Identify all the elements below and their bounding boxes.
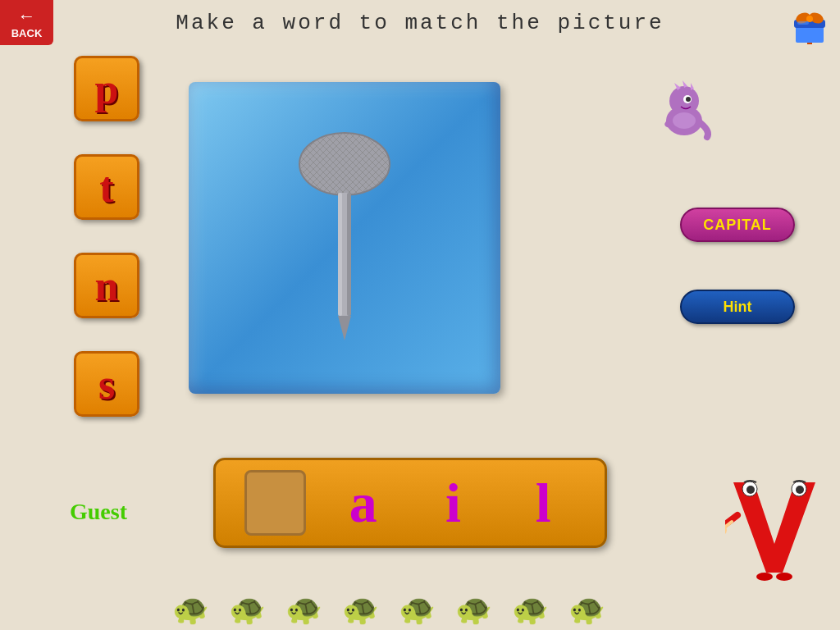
- turtle-3: 🐢: [277, 589, 331, 630]
- turtle-2: 🐢: [221, 589, 274, 630]
- letter-s-text: s: [98, 360, 115, 409]
- letter-t-button[interactable]: t: [74, 154, 139, 220]
- capital-label: CAPITAL: [703, 217, 772, 234]
- turtle-1: 🐢: [164, 589, 217, 630]
- turtle-5: 🐢: [390, 589, 444, 630]
- letter-t-text: t: [99, 163, 113, 212]
- svg-point-6: [806, 16, 813, 22]
- turtle-7: 🐢: [504, 589, 557, 630]
- letter-n-text: n: [95, 262, 119, 310]
- word-letter-a[interactable]: a: [331, 471, 396, 536]
- svg-point-28: [746, 486, 755, 494]
- letter-p-text: p: [95, 65, 119, 113]
- svg-point-11: [299, 133, 390, 195]
- word-building-area: a i l: [213, 458, 607, 548]
- hint-button[interactable]: Hint: [680, 290, 795, 324]
- svg-point-29: [796, 486, 804, 494]
- letter-n-button[interactable]: n: [74, 253, 139, 318]
- capital-button[interactable]: CAPITAL: [680, 208, 795, 242]
- page-title: Make a word to match the picture: [176, 11, 664, 35]
- guest-label: Guest: [70, 499, 127, 525]
- letter-p-button[interactable]: p: [74, 56, 139, 121]
- picture-area: [189, 82, 500, 394]
- turtles-row: 🐢 🐢 🐢 🐢 🐢 🐢 🐢 🐢: [164, 589, 614, 630]
- victor-mascot: [725, 466, 824, 581]
- svg-rect-13: [338, 193, 342, 316]
- svg-point-34: [776, 573, 792, 581]
- turtle-6: 🐢: [447, 589, 500, 630]
- dinosaur-mascot: [651, 78, 713, 139]
- svg-marker-25: [733, 482, 815, 573]
- turtle-8: 🐢: [560, 589, 614, 630]
- word-letter-i[interactable]: i: [420, 471, 486, 536]
- word-letter-l[interactable]: l: [510, 471, 576, 536]
- svg-rect-14: [347, 193, 351, 316]
- svg-marker-15: [338, 316, 351, 340]
- hint-label: Hint: [724, 299, 752, 316]
- svg-point-24: [673, 112, 696, 129]
- gift-icon[interactable]: [789, 7, 830, 48]
- svg-marker-23: [691, 83, 694, 90]
- svg-point-33: [756, 573, 773, 581]
- empty-letter-slot[interactable]: [244, 470, 306, 536]
- letter-s-button[interactable]: s: [74, 351, 139, 417]
- turtle-4: 🐢: [334, 589, 387, 630]
- nail-image: [287, 123, 402, 353]
- svg-point-19: [686, 97, 691, 102]
- svg-rect-7: [797, 21, 809, 25]
- header: Make a word to match the picture: [0, 0, 840, 45]
